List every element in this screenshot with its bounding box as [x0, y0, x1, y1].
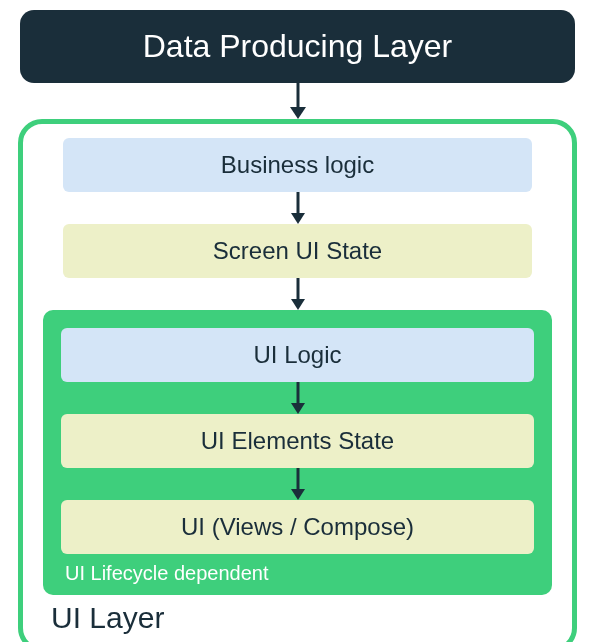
- ui-logic-label: UI Logic: [253, 341, 341, 368]
- screen-ui-state-box: Screen UI State: [63, 224, 532, 278]
- svg-marker-7: [291, 403, 305, 414]
- business-logic-label: Business logic: [221, 151, 374, 178]
- ui-views-label: UI (Views / Compose): [181, 513, 414, 540]
- ui-layer-container: Business logic Screen UI State UI Logic …: [18, 119, 577, 642]
- ui-elements-state-label: UI Elements State: [201, 427, 394, 454]
- ui-layer-label: UI Layer: [43, 601, 552, 635]
- arrow-down-icon: [61, 468, 534, 500]
- ui-elements-state-box: UI Elements State: [61, 414, 534, 468]
- arrow-down-icon: [10, 83, 585, 119]
- screen-ui-state-label: Screen UI State: [213, 237, 382, 264]
- data-producing-layer-box: Data Producing Layer: [20, 10, 575, 83]
- ui-lifecycle-label: UI Lifecycle dependent: [61, 562, 534, 585]
- data-producing-layer-label: Data Producing Layer: [143, 28, 453, 64]
- arrow-down-icon: [43, 278, 552, 310]
- business-logic-box: Business logic: [63, 138, 532, 192]
- ui-lifecycle-container: UI Logic UI Elements State UI (Views / C…: [43, 310, 552, 595]
- ui-views-box: UI (Views / Compose): [61, 500, 534, 554]
- arrow-down-icon: [61, 382, 534, 414]
- ui-logic-box: UI Logic: [61, 328, 534, 382]
- svg-marker-3: [291, 213, 305, 224]
- svg-marker-9: [291, 489, 305, 500]
- svg-marker-5: [291, 299, 305, 310]
- arrow-down-icon: [43, 192, 552, 224]
- svg-marker-1: [290, 107, 306, 119]
